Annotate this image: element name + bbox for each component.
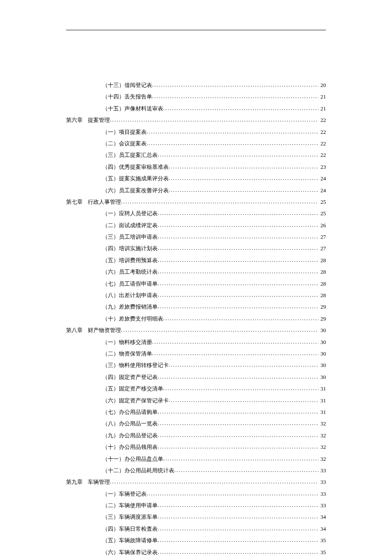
toc-leader-dots <box>169 163 318 169</box>
toc-sub-row: （一）项目提案表22 <box>66 128 326 136</box>
toc-item-label: （六）员工考勤统计表 <box>102 269 158 276</box>
toc-page-number: 33 <box>318 479 326 486</box>
toc-leader-dots <box>147 140 318 145</box>
toc-item-label: （四）车辆日常检查表 <box>102 526 158 533</box>
toc-leader-dots <box>158 151 318 157</box>
toc-page-number: 32 <box>318 456 326 463</box>
toc-item-label: （二）车辆使用申请单 <box>102 502 158 509</box>
chapter-number: 第七章 <box>66 199 88 206</box>
toc-page-number: 32 <box>318 432 326 439</box>
toc-page-number: 30 <box>318 374 326 381</box>
toc-sub-row: （三）员工培训申请表27 <box>66 233 326 241</box>
toc-leader-dots <box>152 350 318 356</box>
toc-leader-dots <box>158 373 318 379</box>
toc-leader-dots <box>121 327 318 332</box>
toc-sub-row: （一）应聘人员登记表25 <box>66 210 326 217</box>
toc-sub-row: （四）优秀提案审核基准表23 <box>66 163 326 171</box>
toc-leader-dots <box>158 443 318 449</box>
chapter-title: 财产物资管理 <box>88 327 121 334</box>
toc-leader-dots <box>169 361 318 367</box>
toc-sub-row: （十五）声像材料送审表21 <box>66 105 326 113</box>
toc-page-number: 30 <box>318 350 326 358</box>
header-divider <box>66 30 326 30</box>
toc-leader-dots <box>147 128 318 134</box>
toc-page-number: 29 <box>318 315 326 323</box>
toc-leader-dots <box>158 537 318 542</box>
toc-page-number: 27 <box>318 245 326 252</box>
toc-sub-row: （五）培训费用预算表28 <box>66 257 326 264</box>
toc-page-number: 22 <box>318 117 326 124</box>
toc-page-number: 31 <box>318 385 326 393</box>
toc-leader-dots <box>163 315 318 321</box>
toc-page-number: 28 <box>318 292 326 299</box>
toc-page-number: 34 <box>318 514 326 521</box>
toc-leader-dots <box>169 175 318 180</box>
toc-sub-row: （十）办公用品领用表32 <box>66 443 326 451</box>
toc-leader-dots <box>158 525 318 531</box>
toc-sub-row: （二）会议提案表22 <box>66 140 326 147</box>
toc-leader-dots <box>152 81 318 87</box>
toc-sub-row: （五）提案实施成果评分表24 <box>66 175 326 182</box>
toc-sub-row: （九）办公用品登记表32 <box>66 432 326 439</box>
toc-leader-dots <box>163 105 318 110</box>
toc-item-label: （三）员工提案汇总表 <box>102 152 158 159</box>
toc-leader-dots <box>158 233 318 239</box>
chapter-number: 第九章 <box>66 479 88 486</box>
toc-leader-dots <box>110 116 318 122</box>
toc-page-number: 28 <box>318 257 326 264</box>
toc-page-number: 22 <box>318 129 326 136</box>
toc-sub-row: （六）车辆保养记录表35 <box>66 549 326 555</box>
toc-page-number: 30 <box>318 362 326 369</box>
toc-leader-dots <box>158 257 318 262</box>
toc-chapter-row: 第六章提案管理22 <box>66 116 326 124</box>
toc-leader-dots <box>152 93 318 98</box>
toc-page-number: 28 <box>318 280 326 288</box>
toc-page-number: 26 <box>318 222 326 229</box>
toc-sub-row: （三）员工提案汇总表22 <box>66 151 326 159</box>
toc-leader-dots <box>163 455 318 461</box>
toc-page-number: 30 <box>318 327 326 334</box>
toc-sub-row: （四）培训实施计划表27 <box>66 245 326 252</box>
toc-leader-dots <box>158 432 318 437</box>
toc-page-number: 21 <box>318 93 326 101</box>
toc-sub-row: （八）办公用品一览表32 <box>66 420 326 428</box>
toc-item-label: （七）员工请假申请单 <box>102 280 158 288</box>
toc-page-number: 34 <box>318 526 326 533</box>
toc-page-number: 29 <box>318 304 326 311</box>
toc-page-number: 31 <box>318 397 326 405</box>
chapter-number: 第八章 <box>66 327 88 334</box>
toc-page-number: 25 <box>318 199 326 206</box>
toc-item-label: （十）办公用品领用表 <box>102 444 158 451</box>
toc-page-number: 22 <box>318 152 326 159</box>
toc-sub-row: （五）固定资产移交清单31 <box>66 385 326 393</box>
toc-leader-dots <box>158 222 318 227</box>
toc-leader-dots <box>163 385 318 390</box>
toc-page-number: 33 <box>318 502 326 509</box>
toc-sub-row: （十）差旅费支付明细表29 <box>66 315 326 323</box>
toc-item-label: （二）面试成绩评定表 <box>102 222 158 229</box>
toc-item-label: （四）培训实施计划表 <box>102 245 158 252</box>
toc-page-number: 28 <box>318 269 326 276</box>
toc-page-number: 35 <box>318 549 326 555</box>
toc-item-label: （八）办公用品一览表 <box>102 420 158 428</box>
toc-item-label: （六）车辆保养记录表 <box>102 549 158 555</box>
toc-leader-dots <box>158 549 318 554</box>
toc-page-number: 25 <box>318 210 326 217</box>
toc-page-number: 32 <box>318 420 326 428</box>
chapter-title: 行政人事管理 <box>88 199 121 206</box>
toc-item-label: （六）固定资产保管记录卡 <box>102 397 169 405</box>
toc-item-label: （四）优秀提案审核基准表 <box>102 164 169 171</box>
toc-leader-dots <box>158 420 318 425</box>
toc-sub-row: （六）固定资产保管记录卡31 <box>66 397 326 405</box>
toc-item-label: （五）固定资产移交清单 <box>102 385 163 393</box>
toc-item-label: （十五）声像材料送审表 <box>102 105 163 113</box>
toc-leader-dots <box>158 502 318 507</box>
toc-leader-dots <box>158 292 318 297</box>
toc-leader-dots <box>174 467 318 472</box>
toc-sub-row: （一）物料移交清册30 <box>66 338 326 346</box>
toc-leader-dots <box>158 408 318 414</box>
toc-leader-dots <box>158 268 318 274</box>
toc-leader-dots <box>121 198 318 204</box>
toc-item-label: （十四）丢失报告单 <box>102 93 152 101</box>
toc-item-label: （五）提案实施成果评分表 <box>102 175 169 182</box>
